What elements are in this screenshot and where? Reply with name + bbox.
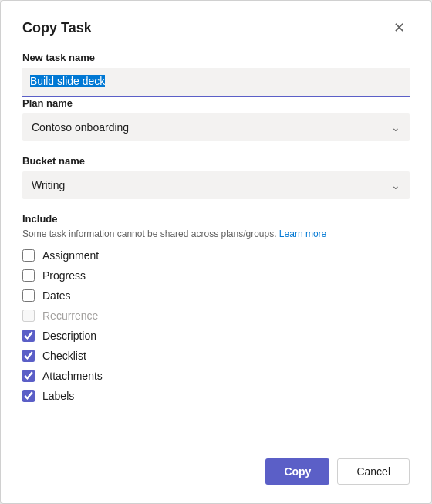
copy-button[interactable]: Copy	[265, 458, 329, 485]
checkbox-label-checklist: Checklist	[42, 350, 86, 362]
checkbox-label-progress: Progress	[42, 269, 86, 282]
dialog-footer: Copy Cancel	[22, 446, 410, 485]
cancel-button[interactable]: Cancel	[337, 458, 410, 485]
plan-name-label: Plan name	[22, 97, 410, 109]
task-name-field: New task name Build slide deck	[22, 52, 410, 97]
plan-name-field: Plan name Contoso onboarding ⌄	[22, 97, 410, 155]
chevron-down-icon-bucket: ⌄	[391, 179, 400, 191]
checkbox-label-description: Description	[42, 330, 96, 342]
checkbox-recurrence	[22, 310, 35, 322]
checkbox-item-labels[interactable]: Labels	[22, 390, 410, 402]
task-name-selected-text[interactable]: Build slide deck	[30, 75, 105, 87]
include-section: Include Some task information cannot be …	[22, 213, 410, 250]
bucket-name-dropdown[interactable]: Writing ⌄	[22, 171, 410, 199]
checkbox-item-checklist[interactable]: Checklist	[22, 350, 410, 362]
checkbox-item-dates[interactable]: Dates	[22, 289, 410, 302]
checkbox-list: AssignmentProgressDatesRecurrenceDescrip…	[22, 249, 410, 428]
checkbox-progress[interactable]	[22, 269, 35, 282]
bucket-name-label: Bucket name	[22, 155, 410, 167]
include-info-text: Some task information cannot be shared a…	[22, 228, 410, 241]
checkbox-labels[interactable]	[22, 390, 35, 402]
checkbox-item-attachments[interactable]: Attachments	[22, 370, 410, 382]
learn-more-link[interactable]: Learn more	[279, 228, 326, 239]
checkbox-description[interactable]	[22, 330, 35, 342]
dialog-header: Copy Task ✕	[22, 19, 410, 36]
checkbox-item-progress[interactable]: Progress	[22, 269, 410, 282]
plan-name-value: Contoso onboarding	[32, 121, 129, 134]
checkbox-item-assignment[interactable]: Assignment	[22, 249, 410, 262]
dialog-title: Copy Task	[22, 20, 92, 36]
checkbox-label-assignment: Assignment	[42, 249, 99, 262]
close-button[interactable]: ✕	[389, 19, 410, 36]
checkbox-label-recurrence: Recurrence	[42, 310, 98, 322]
checkbox-item-description[interactable]: Description	[22, 330, 410, 342]
plan-name-dropdown[interactable]: Contoso onboarding ⌄	[22, 113, 410, 141]
checkbox-label-labels: Labels	[42, 390, 74, 402]
checkbox-label-attachments: Attachments	[42, 370, 103, 382]
task-name-input-display: Build slide deck	[22, 68, 410, 97]
checkbox-checklist[interactable]	[22, 350, 35, 362]
copy-task-dialog: Copy Task ✕ New task name Build slide de…	[0, 0, 432, 504]
checkbox-attachments[interactable]	[22, 370, 35, 382]
checkbox-dates[interactable]	[22, 289, 35, 302]
checkbox-label-dates: Dates	[42, 289, 71, 302]
bucket-name-field: Bucket name Writing ⌄	[22, 155, 410, 213]
checkbox-assignment[interactable]	[22, 249, 35, 262]
bucket-name-value: Writing	[32, 179, 65, 191]
include-section-label: Include	[22, 213, 410, 225]
checkbox-item-recurrence: Recurrence	[22, 310, 410, 322]
chevron-down-icon: ⌄	[391, 121, 400, 134]
task-name-label: New task name	[22, 52, 410, 63]
